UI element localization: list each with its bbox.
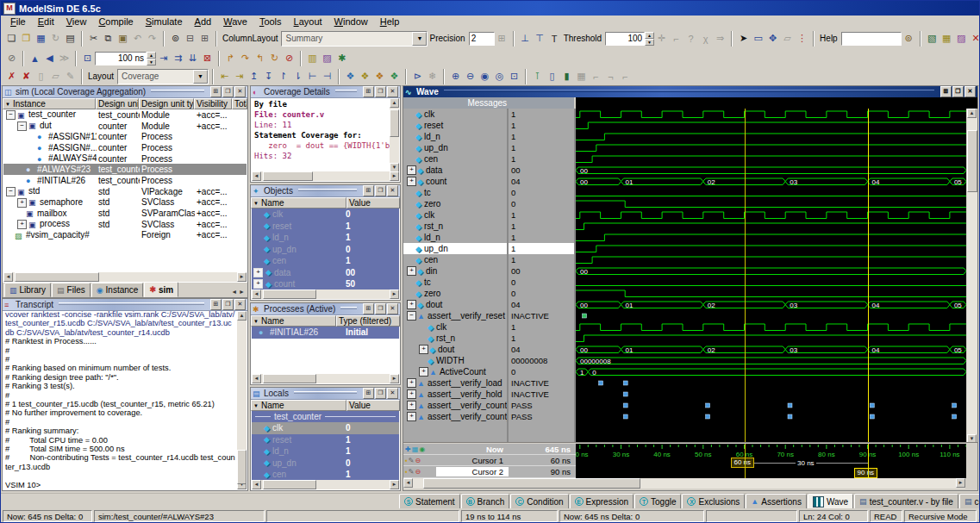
wave-signal-row[interactable]: −▲assert__verify_reset bbox=[403, 310, 507, 321]
wave-signal-row[interactable]: +▲assert__verify_count bbox=[403, 400, 507, 411]
prev-fall-icon[interactable]: ⇂ bbox=[290, 69, 305, 84]
panel-drag-handle[interactable] bbox=[340, 307, 357, 311]
add-contributors-icon[interactable]: ❖ bbox=[387, 69, 402, 84]
panel-maximize-button[interactable]: ❐ bbox=[375, 388, 386, 399]
wave-signal-row[interactable]: ◆zero bbox=[403, 288, 507, 299]
wave-signal-value[interactable]: PASS bbox=[509, 400, 574, 411]
scroll-left-arrow[interactable]: ◄ bbox=[3, 272, 13, 282]
wave-signal-row[interactable]: +▲assert__verify_hold bbox=[403, 389, 507, 400]
spin-up-icon[interactable]: ▲ bbox=[147, 52, 156, 59]
paste-icon[interactable]: ▣ bbox=[115, 31, 130, 46]
go-forward-icon[interactable]: ≫ bbox=[57, 51, 72, 65]
step-out-icon[interactable]: ↰ bbox=[253, 51, 267, 65]
expand-toggle[interactable]: − bbox=[17, 121, 27, 131]
wave-messages-header[interactable]: Messages bbox=[403, 97, 517, 109]
help-search-input[interactable] bbox=[841, 32, 902, 46]
panel-close-button[interactable]: ✕ bbox=[387, 86, 398, 97]
expanded-time-off-icon[interactable]: ⌐ bbox=[589, 69, 603, 84]
wave-values-header[interactable] bbox=[509, 97, 576, 109]
list-item[interactable]: ◆cen1 bbox=[252, 469, 399, 480]
break-icon[interactable]: ⊠ bbox=[200, 51, 215, 65]
wave-signal-row[interactable]: +◆dout bbox=[403, 344, 507, 355]
column-header-value[interactable]: Value bbox=[346, 400, 400, 411]
edit-annotation-icon[interactable]: ✎ bbox=[63, 69, 78, 84]
text-format-icon[interactable]: T bbox=[547, 31, 562, 46]
wave-signal-row[interactable]: +▲assert__verify_count_lv bbox=[403, 411, 507, 422]
expand-toggle[interactable]: + bbox=[407, 401, 416, 410]
scroll-track[interactable] bbox=[390, 108, 399, 163]
copy-icon[interactable]: ⧉ bbox=[101, 31, 115, 46]
sim-panel-titlebar[interactable]: ◫ sim (Local Coverage Aggregation) ⊞ ❐ ✕ bbox=[3, 86, 247, 98]
locals-titlebar[interactable]: ▤ Locals ⊞ ❐ ✕ bbox=[251, 388, 400, 400]
whatif-icon[interactable]: ? bbox=[684, 31, 698, 46]
threshold-stepper[interactable]: ▲▼ bbox=[605, 32, 654, 46]
sidebar-tab-sim[interactable]: ✱sim bbox=[144, 282, 178, 297]
step-over-icon[interactable]: ↷ bbox=[238, 51, 253, 65]
save-icon[interactable]: ▦ bbox=[34, 31, 48, 46]
scroll-thumb[interactable] bbox=[967, 130, 977, 192]
wave-signal-value[interactable]: 0 bbox=[509, 277, 574, 288]
cursor-label[interactable]: Cursor 2 bbox=[436, 467, 509, 476]
panel-dock-button[interactable]: ⊞ bbox=[210, 299, 222, 310]
wave-signal-row[interactable]: +◆count bbox=[403, 176, 507, 187]
wave-signal-row[interactable]: ◆cen bbox=[403, 153, 507, 165]
expanded-time-event-icon[interactable]: ⌐ bbox=[618, 69, 633, 84]
grid-icon[interactable]: ▦ bbox=[412, 445, 420, 453]
expand-toggle[interactable]: + bbox=[407, 165, 416, 175]
examine-icon[interactable]: ✛ bbox=[654, 31, 669, 46]
wave-signal-value[interactable]: 00 bbox=[509, 165, 574, 176]
panel-dock-button[interactable]: ⊞ bbox=[363, 388, 374, 399]
coverage-details-titlebar[interactable]: ◐ Coverage Details ⊞ ❐ ✕ bbox=[251, 86, 400, 98]
expand-left-icon[interactable]: ⊢ bbox=[305, 69, 320, 84]
menu-simulate[interactable]: Simulate bbox=[140, 16, 189, 27]
chevron-down-icon[interactable]: ▼ bbox=[193, 70, 208, 84]
coverage-vscrollbar[interactable]: ▲▼ bbox=[390, 98, 399, 172]
spin-up-icon[interactable]: ▲ bbox=[645, 32, 654, 39]
cursor1-line[interactable] bbox=[745, 444, 746, 478]
menu-add[interactable]: Add bbox=[189, 16, 218, 27]
collapse-all-icon[interactable]: ⊟ bbox=[183, 31, 197, 46]
tab-statement[interactable]: SStatement bbox=[399, 494, 460, 509]
reload-icon[interactable]: ↻ bbox=[48, 31, 63, 46]
list-item[interactable]: +◆count50 bbox=[252, 278, 399, 290]
expand-toggle[interactable]: − bbox=[407, 311, 416, 321]
wave-signal-row[interactable]: +▲ActiveCount bbox=[403, 366, 507, 377]
column-header-value[interactable]: Value bbox=[346, 197, 400, 209]
leaf-names-icon[interactable]: ⊥ bbox=[518, 31, 533, 46]
wave-signal-value[interactable]: 1 bbox=[509, 333, 574, 344]
wave-signal-value[interactable]: 00000008 bbox=[509, 355, 574, 366]
cursor-row[interactable]: ✚▦◉Now645 ns bbox=[403, 444, 576, 455]
tab-branch[interactable]: BBranch bbox=[461, 494, 510, 509]
scroll-right-arrow[interactable]: ► bbox=[390, 480, 399, 489]
wave-signal-row[interactable]: +◆data bbox=[403, 165, 507, 176]
tab-expression[interactable]: EExpression bbox=[570, 494, 634, 509]
tree-row[interactable]: ▣mailboxstdSVParamClass+acc=... bbox=[3, 208, 247, 219]
menu-compile[interactable]: Compile bbox=[92, 16, 139, 27]
spin-down-icon[interactable]: ▼ bbox=[645, 39, 654, 46]
expand-toggle[interactable]: + bbox=[407, 266, 416, 276]
scroll-thumb[interactable] bbox=[390, 109, 399, 137]
next-transition-icon[interactable]: ⇥ bbox=[232, 69, 247, 84]
expand-toggle[interactable]: + bbox=[407, 412, 416, 421]
tab-assertions[interactable]: ▲Assertions bbox=[746, 494, 807, 509]
edit-mode-icon[interactable]: ▱ bbox=[780, 31, 795, 46]
filter-icon[interactable]: ▼ bbox=[253, 319, 259, 324]
scroll-track[interactable] bbox=[261, 171, 390, 181]
wave-signal-row[interactable]: ◆up_dn bbox=[403, 142, 507, 153]
list-item[interactable]: ◆cen1 bbox=[252, 255, 399, 267]
cursor2-time-box[interactable]: 90 ns bbox=[854, 468, 878, 478]
wave-signal-row[interactable]: +▲assert__verify_load bbox=[403, 377, 507, 389]
menu-tools[interactable]: Tools bbox=[253, 16, 288, 27]
stop-light-icon[interactable]: ⋮ bbox=[795, 31, 809, 46]
expand-toggle[interactable]: + bbox=[407, 300, 416, 309]
panel-maximize-button[interactable]: ❐ bbox=[375, 86, 386, 97]
expand-all-icon[interactable]: ⊞ bbox=[197, 31, 212, 46]
wave-signal-row[interactable]: ◆clk bbox=[403, 209, 507, 221]
expand-toggle[interactable]: + bbox=[253, 268, 263, 277]
sidebar-tab-library[interactable]: ▥Library bbox=[4, 283, 51, 297]
step-pause-icon[interactable]: ⊘ bbox=[282, 51, 296, 65]
scroll-up-arrow[interactable]: ▲ bbox=[390, 98, 399, 108]
panel-drag-handle[interactable] bbox=[59, 302, 204, 307]
show-waveform-icon[interactable]: ⊺ bbox=[530, 69, 545, 84]
menu-help[interactable]: Help bbox=[374, 16, 406, 27]
